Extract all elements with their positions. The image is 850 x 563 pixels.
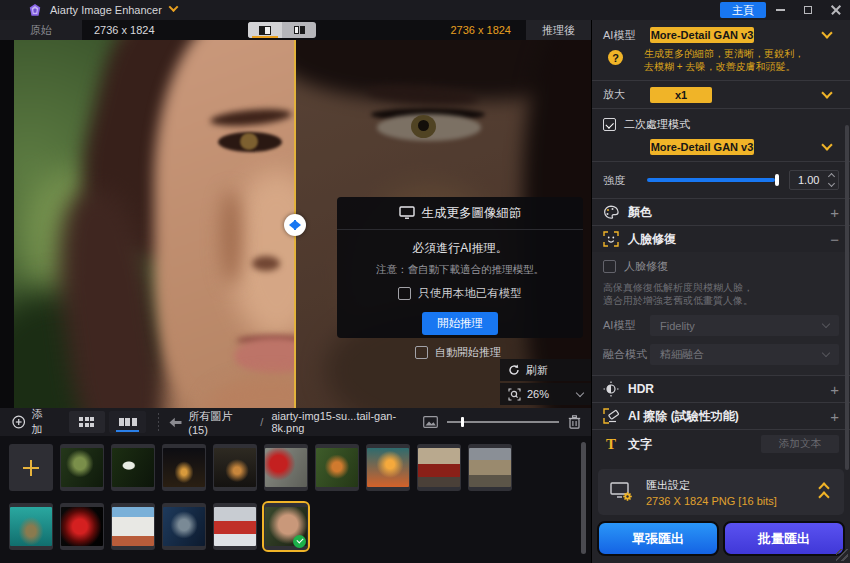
strength-value-box[interactable]: 1.00 (789, 170, 839, 190)
filmstrip-scrollbar[interactable] (581, 442, 586, 554)
export-collapse-icon[interactable] (820, 484, 828, 501)
inference-dialog: 生成更多圖像細節 必須進行AI推理。 注意：會自動下載適合的推理模型。 只使用本… (337, 197, 583, 338)
breadcrumb-folder[interactable]: 所有圖片 (15) (188, 409, 252, 436)
original-size: 2736 x 1824 (94, 24, 155, 36)
tab-enhanced[interactable]: 推理後 (526, 20, 591, 40)
filmstrip-view-button[interactable] (109, 411, 146, 433)
thumbnail-size-slider[interactable] (447, 416, 559, 428)
export-single-button[interactable]: 單張匯出 (597, 521, 719, 556)
thumbnail-city-night[interactable] (162, 444, 206, 491)
add-circle-icon (12, 415, 25, 429)
ai-model-pill[interactable]: More-Detail GAN v3 (650, 27, 754, 43)
add-text-button[interactable]: 添加文本 (761, 435, 839, 453)
thumbnail-red-train[interactable] (213, 503, 257, 550)
thumbnail-red-flower[interactable] (264, 444, 308, 491)
ai-model-chevron-icon[interactable] (821, 27, 832, 38)
thumbnail-village-street[interactable] (468, 444, 512, 491)
thumbnail-woman-portrait[interactable] (264, 503, 308, 550)
blend-mode-dropdown[interactable]: 精細融合 (650, 344, 839, 365)
close-button[interactable] (822, 0, 850, 20)
color-expand-icon[interactable]: + (830, 205, 839, 220)
app-window: Aiarty Image Enhancer 主頁 原始 2736 x 1824 … (0, 0, 850, 563)
thumbnail-lake-house[interactable] (213, 444, 257, 491)
secondary-mode-label[interactable]: 二次處理模式 (624, 117, 690, 132)
help-icon[interactable]: ? (608, 50, 623, 65)
plus-icon (23, 460, 39, 476)
erase-expand-icon[interactable]: + (830, 409, 839, 424)
palette-icon (603, 205, 619, 220)
home-button[interactable]: 主頁 (720, 2, 766, 18)
thumbnail-person-camera[interactable] (315, 444, 359, 491)
filmstrip (0, 436, 591, 563)
secondary-model-pill[interactable]: More-Detail GAN v3 (650, 139, 754, 155)
local-model-checkbox[interactable] (398, 287, 411, 300)
delete-icon[interactable] (568, 415, 581, 429)
thumbnail-sunset-lake[interactable] (366, 444, 410, 491)
secondary-mode-checkbox[interactable] (603, 118, 616, 131)
zoom-control[interactable]: 26% (500, 383, 591, 405)
zoom-value: 26% (527, 388, 549, 400)
section-hdr[interactable]: HDR + (592, 375, 850, 402)
strength-stepper[interactable] (829, 174, 834, 186)
side-by-side-view-button[interactable] (282, 22, 316, 38)
export-settings-card[interactable]: 匯出設定 2736 X 1824 PNG [16 bits] (598, 469, 844, 515)
face-restore-checkbox[interactable] (603, 260, 616, 273)
thumbnail-forest-plant[interactable] (60, 444, 104, 491)
selected-check-icon (293, 535, 306, 548)
magnifier-icon (508, 388, 521, 401)
scale-pill[interactable]: x1 (650, 87, 712, 103)
face-restore-checkbox-label[interactable]: 人臉修復 (624, 259, 668, 274)
thumbnail-red-car[interactable] (417, 444, 461, 491)
enhanced-size: 2736 x 1824 (450, 24, 511, 36)
hdr-expand-icon[interactable]: + (830, 382, 839, 397)
thumbnail-white-building[interactable] (111, 503, 155, 550)
refresh-icon (508, 364, 520, 376)
thumbnail-white-egret[interactable] (111, 444, 155, 491)
image-preview: 生成更多圖像細節 必須進行AI推理。 注意：會自動下載適合的推理模型。 只使用本… (0, 40, 591, 408)
maximize-button[interactable] (794, 0, 822, 20)
dialog-message: 必須進行AI推理。 (337, 240, 583, 257)
section-ai-erase[interactable]: AI 擦除 (試驗性功能) + (592, 402, 850, 429)
toolbar-separator (158, 413, 159, 431)
add-image-tile[interactable] (9, 444, 53, 491)
refresh-label: 刷新 (526, 363, 548, 378)
auto-start-checkbox[interactable] (415, 346, 428, 359)
compare-view-toggle (248, 22, 316, 38)
text-section-label: 文字 (628, 436, 652, 453)
dialog-note: 注意：會自動下載適合的推理模型。 (337, 263, 583, 277)
grid-view-button[interactable] (69, 411, 106, 433)
section-color[interactable]: 顏色 + (592, 198, 850, 225)
monitor-icon (399, 206, 415, 220)
split-view-button[interactable] (248, 22, 282, 38)
add-images-button[interactable]: 添加 (0, 408, 65, 436)
compare-divider-handle[interactable] (284, 214, 306, 236)
text-tool-icon: T (603, 436, 619, 453)
face-restore-panel: 人臉修復 高保真修復低解析度與模糊人臉， 適合用於增強老舊或低畫質人像。 AI模… (592, 252, 850, 375)
hdr-icon (603, 381, 619, 397)
app-menu-chevron-icon[interactable] (168, 2, 178, 12)
blend-mode-chevron-icon (822, 349, 830, 357)
secondary-model-chevron-icon[interactable] (821, 139, 832, 150)
refresh-button[interactable]: 刷新 (500, 359, 591, 381)
start-inference-button[interactable]: 開始推理 (422, 312, 498, 335)
section-text[interactable]: T 文字 添加文本 (592, 429, 850, 458)
face-model-dropdown[interactable]: Fidelity (650, 315, 839, 336)
resize-grip[interactable] (836, 549, 848, 561)
face-collapse-icon[interactable]: − (830, 232, 839, 247)
thumbnail-dog-graffiti[interactable] (162, 503, 206, 550)
minimize-button[interactable] (766, 0, 794, 20)
strength-slider[interactable] (647, 173, 781, 187)
panel-scrollbar[interactable] (845, 125, 849, 470)
local-model-label[interactable]: 只使用本地已有模型 (418, 286, 522, 301)
thumbnail-underwater-turtle[interactable] (9, 503, 53, 550)
app-title: Aiarty Image Enhancer (50, 4, 162, 16)
section-face-restore[interactable]: 人臉修復 − (592, 225, 850, 252)
tab-original[interactable]: 原始 (0, 20, 82, 40)
export-settings-detail: 2736 X 1824 PNG [16 bits] (646, 495, 777, 507)
breadcrumb-separator: / (260, 416, 263, 428)
thumbnail-red-betta[interactable] (60, 503, 104, 550)
export-batch-button[interactable]: 批量匯出 (723, 521, 845, 556)
scale-chevron-icon[interactable] (821, 87, 832, 98)
back-arrow-icon[interactable] (169, 417, 182, 428)
auto-start-label[interactable]: 自動開始推理 (435, 345, 501, 360)
